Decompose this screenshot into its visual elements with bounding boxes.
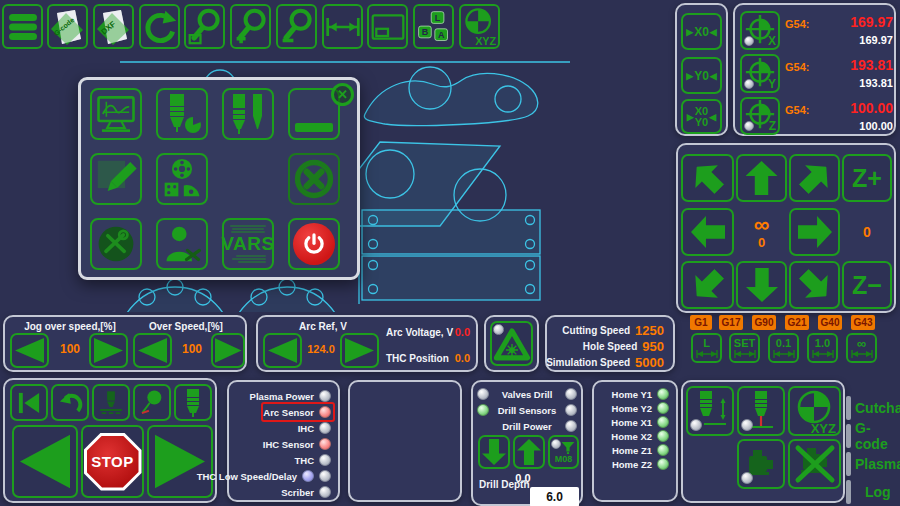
refresh-button[interactable] (139, 4, 180, 49)
step-set-button[interactable]: SET (729, 333, 760, 363)
step-0-1-button[interactable]: 0.1 (768, 333, 799, 363)
open-gcode-button[interactable]: G-code (47, 4, 88, 49)
axis-x-button[interactable]: X (740, 11, 780, 50)
jog-speed-minus-button[interactable] (10, 333, 49, 368)
spindle-button[interactable] (737, 439, 785, 489)
jog-mode-display: ∞ 0 (736, 208, 787, 256)
popup-close-button[interactable]: ✕ (331, 83, 354, 106)
step-1-0-button[interactable]: 1.0 (807, 333, 838, 363)
thc-led (319, 454, 331, 466)
over-speed-value: 100 (173, 342, 211, 356)
parts-nesting-button[interactable] (156, 153, 208, 205)
probe-button[interactable] (133, 384, 171, 421)
plasma-start-panel (484, 315, 539, 372)
axis-y-button[interactable]: Y (740, 54, 780, 93)
jog-z-plus-button[interactable]: Z+ (842, 154, 892, 202)
zoom-window-icon (187, 7, 223, 47)
svg-text:XYZ: XYZ (810, 421, 835, 434)
power-off-button[interactable] (288, 218, 340, 270)
vars-button[interactable]: VARS (222, 218, 274, 270)
xyz-datum-icon: XYZ (792, 388, 838, 434)
open-dxf-button[interactable]: DXF (93, 4, 134, 49)
zoom-out-icon (279, 7, 315, 47)
tab-cutchart[interactable]: Cutchart (846, 395, 900, 421)
goto-xyz-zero-button[interactable]: XYZ (459, 4, 500, 49)
coolant-m08-button[interactable]: M08 (548, 435, 579, 469)
monitor-view-button[interactable] (90, 88, 142, 140)
zoom-in-button[interactable] (230, 4, 271, 49)
jog-up-button[interactable] (736, 154, 787, 202)
thc-low-speed-row: THC Low Speed/Delay (229, 468, 338, 484)
axis-x-led (744, 36, 754, 46)
jog-up-left-button[interactable] (681, 154, 734, 202)
user-settings-button[interactable] (156, 218, 208, 270)
jog-up-right-button[interactable] (789, 154, 840, 202)
zero-x-button[interactable]: ▶ X0 ◀ (681, 13, 722, 50)
arrow-right-icon: ▶ (686, 71, 693, 81)
zoom-window-button[interactable] (184, 4, 225, 49)
arrow-down-icon (482, 439, 506, 465)
range-arrow-icon (850, 349, 874, 359)
jog-left-button[interactable] (681, 208, 734, 256)
zero-xy-button[interactable]: ▶ X0 Y0 ◀ (681, 99, 722, 134)
work-position-x: 169.97 (850, 14, 893, 30)
service-button[interactable] (90, 218, 142, 270)
arc-voltage-label: Arc Voltage, V (386, 327, 446, 338)
arc-ref-value: 124.0 (302, 343, 340, 355)
view-frame-button[interactable] (367, 4, 408, 49)
touch-off-button[interactable] (92, 384, 130, 421)
tab-plasma[interactable]: Plasma (846, 451, 900, 477)
run-forward-button[interactable] (147, 425, 213, 498)
goto-start-button[interactable] (10, 384, 48, 421)
torch-probe-button[interactable] (737, 386, 785, 436)
triangle-left-icon (20, 433, 70, 491)
keyboard-button[interactable]: L B A (413, 4, 454, 49)
edit-button[interactable] (90, 153, 142, 205)
tab-log[interactable]: Log (846, 479, 900, 505)
drill-down-button[interactable] (478, 435, 510, 469)
run-backward-button[interactable] (12, 425, 78, 498)
axis-zero-panel: ▶ X0 ◀ ▶ Y0 ◀ ▶ X0 Y0 ◀ (675, 3, 728, 136)
jog-down-left-button[interactable] (681, 261, 734, 309)
step-infinite-button[interactable]: ∞ (846, 333, 877, 363)
jog-down-right-button[interactable] (789, 261, 840, 309)
tab-gcode[interactable]: G-code (846, 423, 900, 449)
torch-manual-button[interactable] (174, 384, 212, 421)
tab-handle (846, 452, 851, 476)
gcode-status-badge: G21 (785, 315, 809, 330)
drill-depth-input[interactable]: 6.0 (530, 487, 579, 506)
tool-settings-button[interactable] (156, 88, 208, 140)
back-step-button[interactable] (51, 384, 89, 421)
torch-height-button[interactable] (686, 386, 734, 436)
menu-button[interactable] (2, 4, 43, 49)
zoom-out-button[interactable] (276, 4, 317, 49)
aux-empty-panel (348, 380, 462, 502)
tools-button[interactable] (222, 88, 274, 140)
cancel-button[interactable] (288, 153, 340, 205)
skip-to-start-icon (15, 389, 43, 417)
cutting-speed-value: 1250 (635, 323, 664, 338)
arc-ref-minus-button[interactable] (263, 333, 302, 368)
arc-ref-plus-button[interactable] (340, 333, 379, 368)
jog-speed-plus-button[interactable] (89, 333, 128, 368)
zero-y-button[interactable]: ▶ Y0 ◀ (681, 57, 722, 94)
goto-xyz-button[interactable]: XYZ (788, 386, 841, 436)
jog-right-button[interactable] (789, 208, 840, 256)
over-speed-minus-button[interactable] (133, 333, 172, 368)
jog-z-minus-button[interactable]: Z− (842, 261, 892, 309)
jog-down-button[interactable] (736, 261, 787, 309)
svg-text:A: A (438, 29, 445, 39)
stop-button[interactable]: STOP (81, 425, 144, 498)
simulation-speed-value: 5000 (635, 355, 664, 370)
home-x2-led (657, 430, 669, 442)
drill-power-row: Drill Power (477, 419, 577, 433)
over-speed-plus-button[interactable] (211, 333, 245, 368)
drill-up-button[interactable] (513, 435, 545, 469)
coord-row-y: Y G54: 193.81 193.81 (735, 52, 898, 94)
keyboard-icon: L B A (415, 8, 452, 46)
step-continuous-l-button[interactable]: L (691, 333, 722, 363)
spindle-off-button[interactable] (788, 439, 841, 489)
axis-z-button[interactable]: Z (740, 97, 780, 135)
plasma-start-button[interactable] (490, 321, 533, 366)
measure-button[interactable] (322, 4, 363, 49)
